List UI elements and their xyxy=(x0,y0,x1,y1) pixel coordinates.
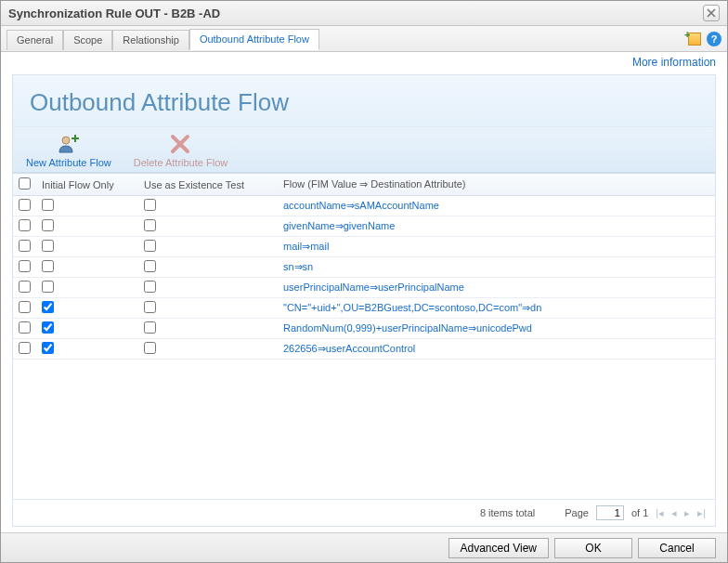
existence-test-checkbox[interactable] xyxy=(144,260,156,272)
table-row[interactable]: accountName⇒sAMAccountName xyxy=(13,196,715,216)
initial-flow-only-checkbox[interactable] xyxy=(42,301,54,313)
initial-flow-only-checkbox[interactable] xyxy=(42,342,54,354)
flow-link[interactable]: 262656⇒userAccountControl xyxy=(283,343,415,354)
flow-link[interactable]: RandomNum(0,999)+userPrincipalName⇒unico… xyxy=(283,322,532,334)
new-note-icon[interactable] xyxy=(688,33,701,46)
flow-link[interactable]: sn⇒sn xyxy=(283,261,313,272)
initial-flow-only-checkbox[interactable] xyxy=(42,219,54,231)
help-icon[interactable]: ? xyxy=(707,32,722,46)
table-row[interactable]: userPrincipalName⇒userPrincipalName xyxy=(13,278,715,298)
pager-prev-icon[interactable]: ◂ xyxy=(671,507,677,519)
delete-attribute-flow-label: Delete Attribute Flow xyxy=(134,157,228,168)
more-info-row: More information xyxy=(1,52,727,69)
flow-link[interactable]: givenName⇒givenName xyxy=(283,220,395,231)
user-plus-icon xyxy=(55,133,83,155)
table-row[interactable]: givenName⇒givenName xyxy=(13,216,715,237)
window-title: Synchronization Rule OUT - B2B -AD xyxy=(8,7,220,20)
row-select-checkbox[interactable] xyxy=(19,342,31,354)
new-attribute-flow-label: New Attribute Flow xyxy=(26,157,111,168)
pager: 8 items total Page of 1 |◂ ◂ ▸ ▸| xyxy=(12,499,716,527)
tab-relationship[interactable]: Relationship xyxy=(112,30,189,50)
initial-flow-only-checkbox[interactable] xyxy=(42,240,54,252)
column-select xyxy=(13,174,36,196)
row-select-checkbox[interactable] xyxy=(19,301,31,313)
pager-page-label: Page xyxy=(565,507,589,518)
row-select-checkbox[interactable] xyxy=(19,219,31,231)
flow-link[interactable]: userPrincipalName⇒userPrincipalName xyxy=(283,282,464,293)
advanced-view-button[interactable]: Advanced View xyxy=(448,538,550,558)
pager-page-input[interactable] xyxy=(596,505,624,520)
close-button[interactable] xyxy=(703,5,720,21)
ok-button[interactable]: OK xyxy=(554,538,632,558)
pager-last-icon[interactable]: ▸| xyxy=(697,507,706,519)
initial-flow-only-checkbox[interactable] xyxy=(42,281,54,293)
tab-general[interactable]: General xyxy=(6,30,63,50)
new-attribute-flow-button[interactable]: New Attribute Flow xyxy=(26,133,111,168)
row-select-checkbox[interactable] xyxy=(19,321,31,334)
initial-flow-only-checkbox[interactable] xyxy=(42,321,54,334)
row-select-checkbox[interactable] xyxy=(19,260,31,272)
initial-flow-only-checkbox[interactable] xyxy=(42,260,54,272)
delete-x-icon xyxy=(166,133,194,155)
panel-heading: Outbound Attribute Flow xyxy=(13,75,715,127)
more-information-link[interactable]: More information xyxy=(632,56,716,69)
table-row[interactable]: RandomNum(0,999)+userPrincipalName⇒unico… xyxy=(13,319,715,339)
flow-link[interactable]: mail⇒mail xyxy=(283,241,329,252)
existence-test-checkbox[interactable] xyxy=(144,240,156,252)
flow-panel: Outbound Attribute Flow New Attribute Fl… xyxy=(12,74,716,508)
row-select-checkbox[interactable] xyxy=(19,281,31,293)
row-select-checkbox[interactable] xyxy=(19,240,31,252)
column-initial-flow-only[interactable]: Initial Flow Only xyxy=(36,174,138,196)
pager-total: 8 items total xyxy=(480,507,535,518)
tab-strip: General Scope Relationship Outbound Attr… xyxy=(1,26,727,52)
cancel-button[interactable]: Cancel xyxy=(638,538,716,558)
initial-flow-only-checkbox[interactable] xyxy=(42,199,54,211)
dialog-footer: Advanced View OK Cancel xyxy=(1,532,727,562)
existence-test-checkbox[interactable] xyxy=(144,281,156,293)
svg-rect-2 xyxy=(74,135,76,142)
select-all-checkbox[interactable] xyxy=(19,177,31,190)
table-row[interactable]: sn⇒sn xyxy=(13,257,715,278)
column-use-as-existence-test[interactable]: Use as Existence Test xyxy=(138,174,278,196)
table-row[interactable]: mail⇒mail xyxy=(13,237,715,257)
existence-test-checkbox[interactable] xyxy=(144,321,156,334)
flow-link[interactable]: "CN="+uid+",OU=B2BGuest,DC=scontoso,DC=c… xyxy=(283,302,541,313)
tab-outbound-attribute-flow[interactable]: Outbound Attribute Flow xyxy=(189,29,319,50)
delete-attribute-flow-button: Delete Attribute Flow xyxy=(134,133,228,168)
existence-test-checkbox[interactable] xyxy=(144,342,156,354)
pager-of-label: of 1 xyxy=(631,507,648,518)
close-icon xyxy=(707,8,716,18)
row-select-checkbox[interactable] xyxy=(19,199,31,211)
svg-point-0 xyxy=(62,137,70,144)
attribute-flow-grid: Initial Flow Only Use as Existence Test … xyxy=(13,173,715,360)
tab-scope[interactable]: Scope xyxy=(63,30,112,50)
table-row[interactable]: "CN="+uid+",OU=B2BGuest,DC=scontoso,DC=c… xyxy=(13,298,715,319)
existence-test-checkbox[interactable] xyxy=(144,199,156,211)
pager-next-icon[interactable]: ▸ xyxy=(684,507,690,519)
column-flow[interactable]: Flow (FIM Value ⇒ Destination Attribute) xyxy=(278,174,715,196)
title-bar: Synchronization Rule OUT - B2B -AD xyxy=(1,1,727,26)
panel-toolbar: New Attribute Flow Delete Attribute Flow xyxy=(13,127,715,173)
table-row[interactable]: 262656⇒userAccountControl xyxy=(13,339,715,360)
existence-test-checkbox[interactable] xyxy=(144,301,156,313)
existence-test-checkbox[interactable] xyxy=(144,219,156,231)
flow-link[interactable]: accountName⇒sAMAccountName xyxy=(283,200,439,211)
pager-first-icon[interactable]: |◂ xyxy=(656,507,664,519)
